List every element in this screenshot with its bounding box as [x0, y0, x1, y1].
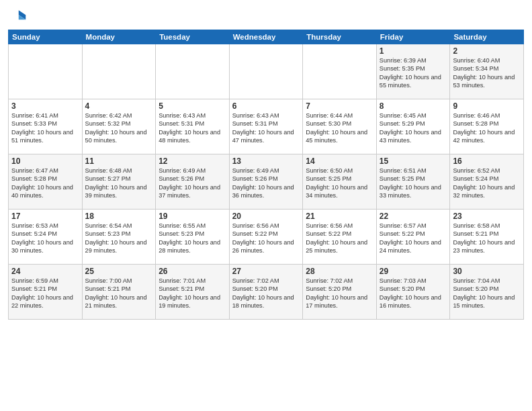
day-number: 28 [306, 267, 373, 276]
day-cell [156, 44, 230, 99]
day-number: 1 [380, 46, 447, 56]
day-cell: 21Sunrise: 6:56 AM Sunset: 5:22 PM Dayli… [303, 210, 377, 265]
day-cell: 7Sunrise: 6:44 AM Sunset: 5:30 PM Daylig… [303, 99, 377, 154]
day-number: 16 [453, 156, 521, 166]
day-number: 13 [232, 156, 300, 166]
day-number: 25 [85, 267, 153, 276]
day-details: Sunrise: 6:56 AM Sunset: 5:22 PM Dayligh… [306, 222, 373, 255]
day-cell [9, 44, 83, 99]
day-cell: 15Sunrise: 6:51 AM Sunset: 5:25 PM Dayli… [376, 154, 450, 210]
day-cell: 6Sunrise: 6:43 AM Sunset: 5:31 PM Daylig… [229, 99, 303, 154]
day-cell: 2Sunrise: 6:40 AM Sunset: 5:34 PM Daylig… [450, 44, 524, 99]
day-number: 17 [11, 212, 79, 221]
day-cell: 9Sunrise: 6:46 AM Sunset: 5:28 PM Daylig… [450, 99, 524, 154]
day-number: 23 [453, 212, 521, 221]
day-number: 11 [85, 156, 153, 166]
day-cell: 1Sunrise: 6:39 AM Sunset: 5:35 PM Daylig… [376, 44, 450, 99]
header-cell-tuesday: Tuesday [156, 30, 230, 44]
day-number: 9 [453, 101, 521, 111]
day-details: Sunrise: 6:53 AM Sunset: 5:24 PM Dayligh… [11, 222, 79, 255]
day-number: 4 [85, 101, 153, 111]
day-cell [229, 44, 303, 99]
day-details: Sunrise: 6:42 AM Sunset: 5:32 PM Dayligh… [85, 111, 153, 145]
week-row-5: 24Sunrise: 6:59 AM Sunset: 5:21 PM Dayli… [9, 265, 524, 320]
day-cell: 24Sunrise: 6:59 AM Sunset: 5:21 PM Dayli… [9, 265, 83, 320]
day-number: 19 [159, 212, 226, 221]
day-details: Sunrise: 7:01 AM Sunset: 5:21 PM Dayligh… [159, 277, 226, 310]
day-details: Sunrise: 6:41 AM Sunset: 5:33 PM Dayligh… [11, 111, 79, 145]
day-details: Sunrise: 7:04 AM Sunset: 5:20 PM Dayligh… [453, 277, 521, 310]
day-details: Sunrise: 6:59 AM Sunset: 5:21 PM Dayligh… [11, 277, 79, 310]
day-number: 6 [232, 101, 300, 111]
day-number: 8 [380, 101, 447, 111]
day-cell: 5Sunrise: 6:43 AM Sunset: 5:31 PM Daylig… [156, 99, 230, 154]
day-cell: 17Sunrise: 6:53 AM Sunset: 5:24 PM Dayli… [9, 210, 83, 265]
day-details: Sunrise: 6:43 AM Sunset: 5:31 PM Dayligh… [232, 111, 300, 145]
day-cell: 16Sunrise: 6:52 AM Sunset: 5:24 PM Dayli… [450, 154, 524, 210]
day-details: Sunrise: 6:57 AM Sunset: 5:22 PM Dayligh… [380, 222, 447, 255]
logo-icon [8, 7, 27, 26]
day-cell: 23Sunrise: 6:58 AM Sunset: 5:21 PM Dayli… [450, 210, 524, 265]
day-cell: 12Sunrise: 6:49 AM Sunset: 5:26 PM Dayli… [156, 154, 230, 210]
day-cell [82, 44, 156, 99]
week-row-3: 10Sunrise: 6:47 AM Sunset: 5:28 PM Dayli… [9, 154, 524, 210]
day-details: Sunrise: 6:49 AM Sunset: 5:26 PM Dayligh… [232, 167, 300, 200]
day-cell: 13Sunrise: 6:49 AM Sunset: 5:26 PM Dayli… [229, 154, 303, 210]
day-number: 5 [159, 101, 226, 111]
day-cell: 10Sunrise: 6:47 AM Sunset: 5:28 PM Dayli… [9, 154, 83, 210]
header-cell-monday: Monday [82, 30, 156, 44]
day-number: 14 [306, 156, 373, 166]
day-details: Sunrise: 6:55 AM Sunset: 5:23 PM Dayligh… [159, 222, 226, 255]
day-number: 12 [159, 156, 226, 166]
day-details: Sunrise: 6:50 AM Sunset: 5:25 PM Dayligh… [306, 167, 373, 200]
day-cell [303, 44, 377, 99]
day-cell: 27Sunrise: 7:02 AM Sunset: 5:20 PM Dayli… [229, 265, 303, 320]
day-cell: 19Sunrise: 6:55 AM Sunset: 5:23 PM Dayli… [156, 210, 230, 265]
page-container: SundayMondayTuesdayWednesdayThursdayFrid… [0, 0, 532, 325]
day-details: Sunrise: 7:02 AM Sunset: 5:20 PM Dayligh… [232, 277, 300, 310]
day-details: Sunrise: 6:39 AM Sunset: 5:35 PM Dayligh… [380, 56, 447, 90]
day-cell: 28Sunrise: 7:02 AM Sunset: 5:20 PM Dayli… [303, 265, 377, 320]
day-details: Sunrise: 6:40 AM Sunset: 5:34 PM Dayligh… [453, 56, 521, 90]
calendar-table: SundayMondayTuesdayWednesdayThursdayFrid… [8, 30, 524, 320]
day-cell: 11Sunrise: 6:48 AM Sunset: 5:27 PM Dayli… [82, 154, 156, 210]
day-number: 7 [306, 101, 373, 111]
day-cell: 8Sunrise: 6:45 AM Sunset: 5:29 PM Daylig… [376, 99, 450, 154]
calendar-header: SundayMondayTuesdayWednesdayThursdayFrid… [9, 30, 524, 44]
day-details: Sunrise: 6:54 AM Sunset: 5:23 PM Dayligh… [85, 222, 153, 255]
day-details: Sunrise: 6:51 AM Sunset: 5:25 PM Dayligh… [380, 167, 447, 200]
day-details: Sunrise: 6:58 AM Sunset: 5:21 PM Dayligh… [453, 222, 521, 255]
day-number: 29 [380, 267, 447, 276]
header-cell-friday: Friday [376, 30, 450, 44]
day-number: 21 [306, 212, 373, 221]
header-row [8, 7, 524, 26]
week-row-2: 3Sunrise: 6:41 AM Sunset: 5:33 PM Daylig… [9, 99, 524, 154]
day-number: 22 [380, 212, 447, 221]
day-cell: 18Sunrise: 6:54 AM Sunset: 5:23 PM Dayli… [82, 210, 156, 265]
day-details: Sunrise: 7:02 AM Sunset: 5:20 PM Dayligh… [306, 277, 373, 310]
day-number: 15 [380, 156, 447, 166]
day-number: 10 [11, 156, 79, 166]
logo [8, 7, 30, 26]
day-details: Sunrise: 6:47 AM Sunset: 5:28 PM Dayligh… [11, 167, 79, 200]
day-details: Sunrise: 7:03 AM Sunset: 5:20 PM Dayligh… [380, 277, 447, 310]
day-cell: 20Sunrise: 6:56 AM Sunset: 5:22 PM Dayli… [229, 210, 303, 265]
day-cell: 3Sunrise: 6:41 AM Sunset: 5:33 PM Daylig… [9, 99, 83, 154]
day-cell: 26Sunrise: 7:01 AM Sunset: 5:21 PM Dayli… [156, 265, 230, 320]
day-number: 3 [11, 101, 79, 111]
day-details: Sunrise: 6:48 AM Sunset: 5:27 PM Dayligh… [85, 167, 153, 200]
day-details: Sunrise: 6:56 AM Sunset: 5:22 PM Dayligh… [232, 222, 300, 255]
day-number: 18 [85, 212, 153, 221]
day-details: Sunrise: 7:00 AM Sunset: 5:21 PM Dayligh… [85, 277, 153, 310]
day-details: Sunrise: 6:46 AM Sunset: 5:28 PM Dayligh… [453, 111, 521, 145]
day-details: Sunrise: 6:45 AM Sunset: 5:29 PM Dayligh… [380, 111, 447, 145]
day-number: 2 [453, 46, 521, 56]
day-number: 30 [453, 267, 521, 276]
day-details: Sunrise: 6:43 AM Sunset: 5:31 PM Dayligh… [159, 111, 226, 145]
day-cell: 22Sunrise: 6:57 AM Sunset: 5:22 PM Dayli… [376, 210, 450, 265]
week-row-1: 1Sunrise: 6:39 AM Sunset: 5:35 PM Daylig… [9, 44, 524, 99]
header-cell-wednesday: Wednesday [229, 30, 303, 44]
day-details: Sunrise: 6:49 AM Sunset: 5:26 PM Dayligh… [159, 167, 226, 200]
day-cell: 25Sunrise: 7:00 AM Sunset: 5:21 PM Dayli… [82, 265, 156, 320]
day-number: 26 [159, 267, 226, 276]
